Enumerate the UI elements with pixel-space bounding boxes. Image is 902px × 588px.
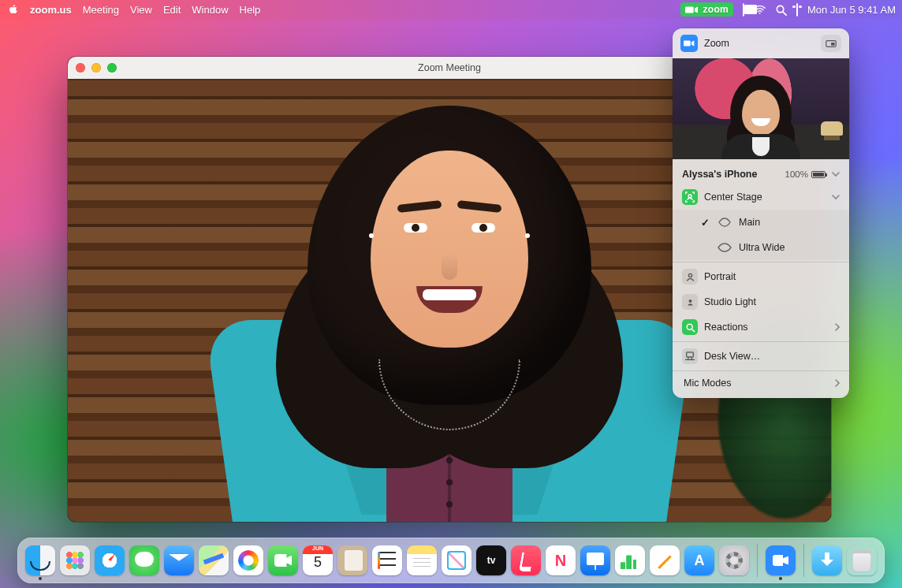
center-stage-icon (682, 189, 698, 205)
dock-app-system-settings[interactable] (719, 545, 749, 575)
dock-trash[interactable] (847, 545, 877, 575)
dock-app-contacts[interactable] (337, 545, 367, 575)
menu-view[interactable]: View (130, 4, 152, 16)
zoom-app-icon (680, 35, 698, 52)
portrait-icon (682, 269, 698, 285)
window-close-button[interactable] (76, 63, 85, 73)
calendar-day: 5 (303, 554, 333, 571)
dock-app-launchpad[interactable] (60, 545, 90, 575)
chevron-down-icon (832, 171, 840, 177)
dock-app-app-store[interactable] (684, 545, 714, 575)
app-menu[interactable]: zoom.us (30, 4, 72, 16)
camera-in-use-app-label: zoom (703, 4, 729, 15)
device-row[interactable]: Alyssa's iPhone 100% (673, 164, 849, 184)
mic-modes-row[interactable]: Mic Modes (673, 373, 849, 393)
dock-app-facetime[interactable] (268, 545, 298, 575)
portrait-label: Portrait (704, 271, 840, 282)
control-center-icon[interactable] (796, 4, 798, 16)
studio-light-label: Studio Light (704, 296, 840, 307)
dock-app-music[interactable] (511, 545, 541, 575)
center-stage-option-main[interactable]: ✓ Main (673, 210, 849, 235)
dock-app-news[interactable] (546, 545, 576, 575)
dock-separator (803, 544, 804, 577)
center-stage-option-ultrawide[interactable]: Ultra Wide (673, 235, 849, 260)
panel-app-label: Zoom (704, 38, 729, 49)
portrait-row[interactable]: Portrait (673, 264, 849, 289)
desk-view-icon (682, 348, 698, 364)
center-stage-label: Center Stage (704, 192, 826, 203)
dock-app-messages[interactable] (129, 545, 159, 575)
dock-app-zoom[interactable] (766, 545, 796, 575)
lens-wide-icon (717, 240, 732, 255)
studio-light-row[interactable]: Studio Light (673, 289, 849, 314)
svg-point-4 (688, 195, 691, 198)
reactions-icon (682, 319, 698, 335)
dock-separator (757, 544, 758, 577)
device-name: Alyssa's iPhone (682, 169, 779, 180)
chevron-right-icon (834, 323, 840, 331)
window-traffic-lights (76, 63, 117, 73)
dock-app-reminders[interactable] (372, 545, 402, 575)
main-speaker-portrait (166, 84, 733, 522)
svg-point-6 (688, 299, 691, 302)
menu-edit[interactable]: Edit (163, 4, 181, 16)
dock-app-notes[interactable] (407, 545, 437, 575)
dock-app-numbers[interactable] (615, 545, 645, 575)
reactions-label: Reactions (704, 322, 828, 333)
menubar-datetime[interactable]: Mon Jun 5 9:41 AM (807, 4, 896, 16)
dock-app-calendar[interactable]: JUN 5 (303, 545, 333, 575)
svg-point-1 (777, 6, 783, 12)
option-label: Ultra Wide (739, 242, 840, 253)
svg-point-7 (687, 324, 692, 329)
window-title: Zoom Meeting (418, 62, 481, 73)
desk-view-row[interactable]: Desk View… (673, 344, 849, 369)
dock: JUN 5 (17, 538, 885, 583)
panel-expand-button[interactable] (821, 35, 841, 52)
studio-light-icon (682, 294, 698, 310)
dock-app-mail[interactable] (164, 545, 194, 575)
chevron-right-icon (834, 379, 840, 387)
reactions-row[interactable]: Reactions (673, 314, 849, 340)
window-minimize-button[interactable] (91, 63, 101, 73)
calendar-month: JUN (303, 545, 333, 551)
dock-app-pages[interactable] (650, 545, 680, 575)
dock-app-safari[interactable] (95, 545, 125, 575)
dock-app-photos[interactable] (233, 545, 263, 575)
dock-app-freeform[interactable] (442, 545, 472, 575)
panel-header: Zoom (673, 28, 849, 58)
chevron-down-icon (832, 194, 840, 200)
video-control-panel: Zoom Alyssa's iPhone 100% Center Stage (673, 28, 849, 398)
checkmark-icon: ✓ (699, 217, 710, 229)
menubar: zoom.us Meeting View Edit Window Help zo… (0, 0, 902, 19)
lens-icon (717, 214, 732, 230)
camera-in-use-indicator[interactable]: zoom (680, 2, 733, 17)
spotlight-icon[interactable] (775, 4, 787, 16)
menu-window[interactable]: Window (192, 4, 228, 16)
mic-modes-label: Mic Modes (682, 378, 828, 389)
svg-rect-3 (831, 42, 835, 45)
self-preview-thumbnail[interactable] (673, 58, 849, 159)
svg-point-5 (688, 274, 691, 277)
option-label: Main (739, 217, 840, 228)
window-fullscreen-button[interactable] (107, 63, 117, 73)
video-camera-icon (685, 6, 698, 14)
battery-menubar-icon[interactable] (743, 4, 744, 16)
center-stage-row[interactable]: Center Stage (673, 184, 849, 210)
svg-point-0 (759, 12, 761, 13)
menu-help[interactable]: Help (240, 4, 261, 16)
dock-app-tv[interactable] (476, 545, 506, 575)
apple-menu[interactable] (8, 4, 19, 15)
desk-view-label: Desk View… (704, 351, 840, 362)
dock-app-keynote[interactable] (580, 545, 610, 575)
dock-downloads[interactable] (812, 545, 842, 575)
menu-meeting[interactable]: Meeting (83, 4, 119, 16)
dock-app-finder[interactable] (25, 545, 55, 575)
svg-rect-8 (687, 352, 694, 357)
device-battery: 100% (785, 169, 826, 179)
dock-app-maps[interactable] (199, 545, 229, 575)
battery-icon (811, 171, 826, 178)
